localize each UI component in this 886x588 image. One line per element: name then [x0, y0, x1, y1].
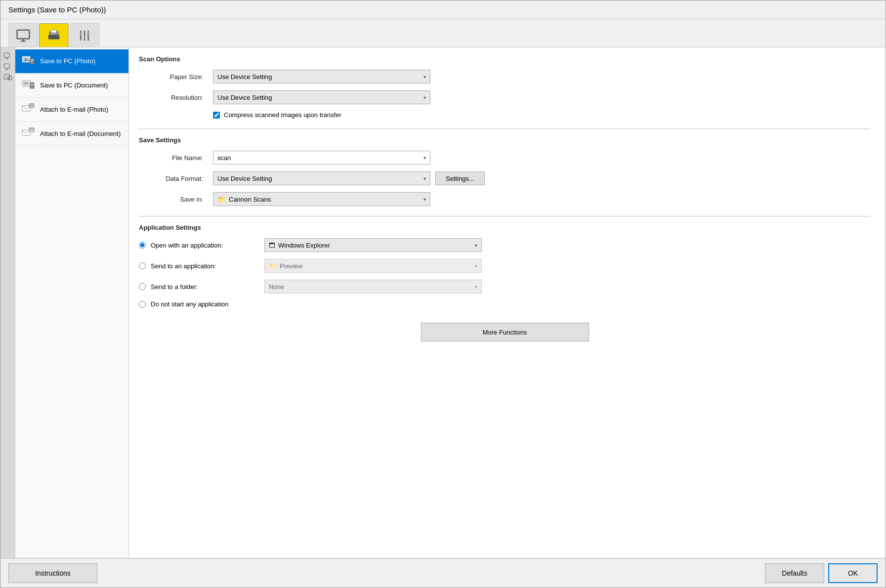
paper-size-chevron: ▾	[423, 74, 426, 80]
radio-label-open-with-app: Open with an application:	[151, 242, 259, 249]
svg-rect-10	[80, 33, 82, 35]
open-with-app-chevron: ▾	[475, 243, 477, 248]
data-format-control: Use Device Setting ▾ Settings...	[213, 171, 490, 185]
folder-icon: 📁	[217, 195, 226, 203]
svg-rect-6	[51, 30, 56, 33]
svg-rect-0	[17, 30, 30, 39]
tab-bar	[0, 19, 886, 47]
paper-size-control: Use Device Setting ▾	[213, 70, 490, 84]
svg-rect-16	[4, 64, 9, 68]
file-name-chevron: ▾	[423, 155, 426, 161]
save-in-control: 📁 Cannon Scans ▾	[213, 192, 490, 206]
resolution-control: Use Device Setting ▾	[213, 90, 490, 104]
send-to-app-select[interactable]: 📁 Preview ▾	[264, 259, 482, 273]
content-area: Save to PC (Photo) Save to PC (Document)	[0, 47, 886, 558]
strip-icon-1	[3, 51, 12, 60]
divider-1	[139, 128, 871, 129]
save-settings-title: Save Settings	[139, 136, 871, 144]
send-to-app-chevron: ▾	[475, 263, 477, 269]
radio-label-send-to-app: Send to an application:	[151, 262, 259, 270]
save-in-row: Save in: 📁 Cannon Scans ▾	[139, 192, 871, 206]
paper-size-row: Paper Size: Use Device Setting ▾	[139, 70, 871, 84]
email-photo-icon	[21, 103, 35, 117]
data-format-row: Data Format: Use Device Setting ▾ Settin…	[139, 171, 871, 185]
resolution-select[interactable]: Use Device Setting ▾	[213, 90, 430, 104]
app-icon: 🗔	[269, 242, 275, 249]
window-title: Settings (Save to PC (Photo))	[8, 5, 106, 14]
open-with-app-select[interactable]: 🗔 Windows Explorer ▾	[264, 238, 482, 252]
resolution-value: Use Device Setting	[217, 94, 272, 101]
main-window: Settings (Save to PC (Photo))	[0, 0, 886, 588]
tools-icon	[77, 28, 92, 43]
radio-do-not-start[interactable]	[139, 301, 146, 308]
compress-row: Compress scanned images upon transfer	[213, 111, 871, 119]
scan-options-title: Scan Options	[139, 55, 871, 63]
svg-rect-12	[87, 32, 89, 34]
radio-row-do-not-start: Do not start any application	[139, 300, 871, 308]
radio-open-with-app[interactable]	[139, 242, 146, 249]
data-format-select[interactable]: Use Device Setting ▾	[213, 171, 430, 185]
sidebar-label-save-doc: Save to PC (Document)	[40, 82, 108, 90]
radio-row-send-to-app: Send to an application: 📁 Preview ▾	[139, 259, 871, 273]
svg-rect-11	[84, 36, 86, 38]
sidebar-item-attach-email-photo[interactable]: Attach to E-mail (Photo)	[15, 98, 128, 122]
data-format-chevron: ▾	[423, 176, 426, 181]
preview-folder-icon: 📁	[269, 262, 277, 270]
ok-button[interactable]: OK	[828, 563, 878, 583]
send-app-inner: 📁 Preview	[269, 262, 302, 270]
data-format-value: Use Device Setting	[217, 175, 272, 182]
file-name-select[interactable]: scan ▾	[213, 151, 430, 165]
app-select-inner: 🗔 Windows Explorer	[269, 242, 330, 249]
tab-scan[interactable]	[39, 23, 69, 47]
instructions-button[interactable]: Instructions	[8, 563, 97, 583]
radio-send-to-app[interactable]	[139, 262, 146, 269]
sidebar-label-email-doc: Attach to E-mail (Document)	[40, 130, 121, 138]
sidebar-item-attach-email-document[interactable]: Attach to E-mail (Document)	[15, 122, 128, 146]
paper-size-select[interactable]: Use Device Setting ▾	[213, 70, 430, 84]
resolution-row: Resolution: Use Device Setting ▾	[139, 90, 871, 104]
main-panel: Scan Options Paper Size: Use Device Sett…	[129, 47, 886, 558]
footer-left: Instructions	[8, 563, 97, 583]
email-doc-icon	[21, 127, 35, 141]
divider-2	[139, 216, 871, 217]
footer-right: Defaults OK	[765, 563, 878, 583]
tab-monitor[interactable]	[8, 23, 38, 47]
sidebar: Save to PC (Photo) Save to PC (Document)	[15, 47, 129, 558]
save-in-select[interactable]: 📁 Cannon Scans ▾	[213, 192, 430, 206]
svg-rect-13	[4, 53, 9, 57]
save-in-label: Save in:	[139, 196, 208, 203]
more-functions-button[interactable]: More Functions	[421, 323, 589, 341]
tab-tools[interactable]	[70, 23, 99, 47]
send-to-folder-value: None	[269, 283, 284, 291]
sidebar-label-email-photo: Attach to E-mail (Photo)	[40, 106, 108, 114]
send-to-folder-chevron: ▾	[475, 284, 477, 290]
send-to-folder-select[interactable]: None ▾	[264, 280, 482, 294]
sidebar-item-save-to-pc-photo[interactable]: Save to PC (Photo)	[15, 49, 128, 74]
radio-label-send-to-folder: Send to a folder:	[151, 283, 259, 291]
sidebar-item-save-to-pc-document[interactable]: Save to PC (Document)	[15, 74, 128, 98]
radio-send-to-folder[interactable]	[139, 283, 146, 290]
file-name-label: File Name:	[139, 154, 208, 162]
resolution-label: Resolution:	[139, 94, 208, 101]
radio-label-do-not-start: Do not start any application	[151, 300, 229, 308]
sidebar-label-save-photo: Save to PC (Photo)	[40, 57, 95, 66]
compress-checkbox[interactable]	[213, 112, 220, 119]
left-strip	[0, 47, 15, 558]
data-format-label: Data Format:	[139, 175, 208, 182]
scan-icon	[46, 28, 61, 43]
more-functions-wrapper: More Functions	[139, 318, 871, 346]
radio-row-open-with-app: Open with an application: 🗔 Windows Expl…	[139, 238, 871, 252]
send-to-app-value: Preview	[280, 262, 302, 270]
save-in-inner: 📁 Cannon Scans	[217, 195, 271, 203]
title-bar: Settings (Save to PC (Photo))	[0, 0, 886, 19]
save-doc-icon	[21, 79, 35, 92]
save-in-value: Cannon Scans	[229, 196, 271, 203]
defaults-button[interactable]: Defaults	[765, 563, 824, 583]
resolution-chevron: ▾	[423, 95, 426, 100]
open-with-app-value: Windows Explorer	[278, 242, 330, 249]
settings-button[interactable]: Settings...	[435, 171, 485, 185]
svg-rect-25	[30, 58, 34, 64]
file-name-control: scan ▾	[213, 151, 490, 165]
save-settings-section: Save Settings File Name: scan ▾ Data For…	[139, 136, 871, 206]
radio-row-send-to-folder: Send to a folder: None ▾	[139, 280, 871, 294]
